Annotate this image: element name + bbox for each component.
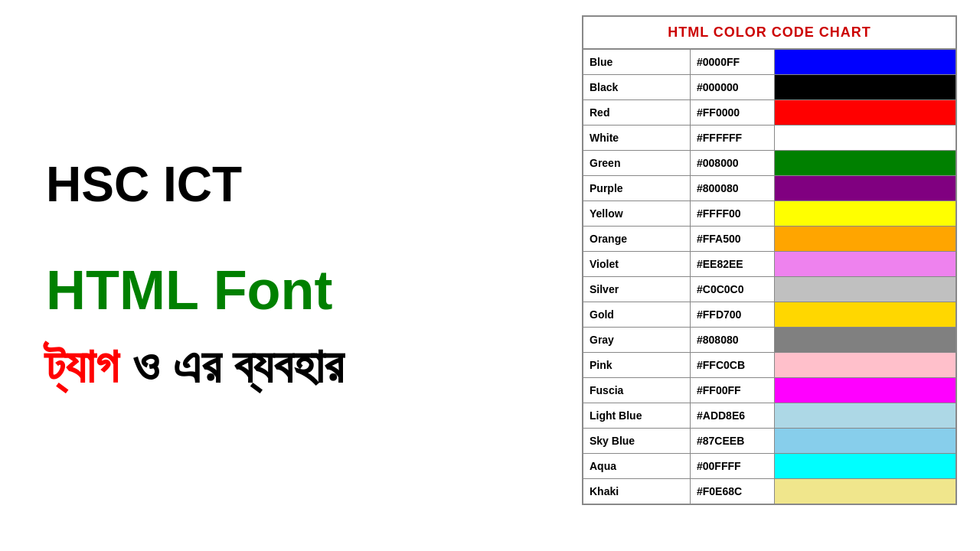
color-swatch — [775, 75, 956, 99]
color-name-cell: Red — [583, 100, 691, 125]
color-code-cell: #FFFF00 — [691, 201, 775, 226]
bengali-text: ট্যাগ ও এর ব্যবহার — [46, 337, 343, 396]
color-code-cell: #F0E68C — [691, 479, 775, 504]
table-row: Yellow#FFFF00 — [583, 201, 956, 227]
color-chart: HTML COLOR CODE CHART Blue#0000FFBlack#0… — [582, 15, 957, 505]
table-row: Black#000000 — [583, 75, 956, 100]
color-swatch — [775, 378, 956, 403]
color-code-cell: #FFD700 — [691, 302, 775, 327]
color-swatch — [775, 201, 956, 226]
color-name-cell: Purple — [583, 176, 691, 201]
color-name-cell: Gray — [583, 328, 691, 352]
color-name-cell: Light Blue — [583, 403, 691, 428]
table-row: Violet#EE82EE — [583, 252, 956, 277]
table-row: Purple#800080 — [583, 176, 956, 201]
table-row: Orange#FFA500 — [583, 227, 956, 252]
color-code-cell: #0000FF — [691, 50, 775, 74]
color-swatch — [775, 50, 956, 74]
color-swatch — [775, 429, 956, 453]
table-row: Fuscia#FF00FF — [583, 378, 956, 403]
color-name-cell: Silver — [583, 277, 691, 302]
color-swatch — [775, 403, 956, 428]
color-code-cell: #FFA500 — [691, 227, 775, 251]
color-code-cell: #FF0000 — [691, 100, 775, 125]
color-swatch — [775, 454, 956, 478]
color-name-cell: Black — [583, 75, 691, 99]
table-row: Gold#FFD700 — [583, 302, 956, 328]
table-row: Sky Blue#87CEEB — [583, 429, 956, 454]
color-name-cell: Orange — [583, 227, 691, 251]
color-swatch — [775, 151, 956, 175]
table-row: Aqua#00FFFF — [583, 454, 956, 479]
color-code-cell: #FFC0CB — [691, 353, 775, 377]
color-name-cell: Gold — [583, 302, 691, 327]
color-name-cell: Khaki — [583, 479, 691, 504]
color-swatch — [775, 302, 956, 327]
table-row: Silver#C0C0C0 — [583, 277, 956, 302]
color-code-cell: #808080 — [691, 328, 775, 352]
color-swatch — [775, 100, 956, 125]
color-name-cell: Violet — [583, 252, 691, 276]
color-name-cell: Pink — [583, 353, 691, 377]
table-row: Pink#FFC0CB — [583, 353, 956, 378]
color-name-cell: Fuscia — [583, 378, 691, 403]
color-swatch — [775, 328, 956, 352]
table-row: Green#008000 — [583, 151, 956, 176]
right-panel: HTML COLOR CODE CHART Blue#0000FFBlack#0… — [574, 0, 980, 551]
color-name-cell: White — [583, 126, 691, 150]
color-name-cell: Sky Blue — [583, 429, 691, 453]
color-swatch — [775, 252, 956, 276]
bengali-red-word: ট্যাগ — [46, 338, 119, 393]
color-code-cell: #87CEEB — [691, 429, 775, 453]
color-swatch — [775, 479, 956, 504]
color-code-cell: #00FFFF — [691, 454, 775, 478]
color-swatch — [775, 227, 956, 251]
table-row: Gray#808080 — [583, 328, 956, 353]
left-panel: HSC ICT HTML Font ট্যাগ ও এর ব্যবহার — [0, 0, 498, 551]
table-row: Red#FF0000 — [583, 100, 956, 126]
color-swatch — [775, 277, 956, 302]
color-code-cell: #ADD8E6 — [691, 403, 775, 428]
chart-title: HTML COLOR CODE CHART — [583, 17, 956, 50]
color-code-cell: #FFFFFF — [691, 126, 775, 150]
chart-rows: Blue#0000FFBlack#000000Red#FF0000White#F… — [583, 50, 956, 504]
color-name-cell: Yellow — [583, 201, 691, 226]
table-row: Khaki#F0E68C — [583, 479, 956, 504]
color-code-cell: #FF00FF — [691, 378, 775, 403]
color-code-cell: #008000 — [691, 151, 775, 175]
color-code-cell: #800080 — [691, 176, 775, 201]
table-row: Light Blue#ADD8E6 — [583, 403, 956, 429]
color-name-cell: Green — [583, 151, 691, 175]
color-name-cell: Blue — [583, 50, 691, 74]
table-row: White#FFFFFF — [583, 126, 956, 151]
color-code-cell: #EE82EE — [691, 252, 775, 276]
color-swatch — [775, 126, 956, 150]
color-name-cell: Aqua — [583, 454, 691, 478]
table-row: Blue#0000FF — [583, 50, 956, 75]
color-code-cell: #C0C0C0 — [691, 277, 775, 302]
html-font-title: HTML Font — [46, 259, 333, 321]
hsc-title: HSC ICT — [46, 156, 242, 213]
color-code-cell: #000000 — [691, 75, 775, 99]
color-swatch — [775, 353, 956, 377]
color-swatch — [775, 176, 956, 201]
